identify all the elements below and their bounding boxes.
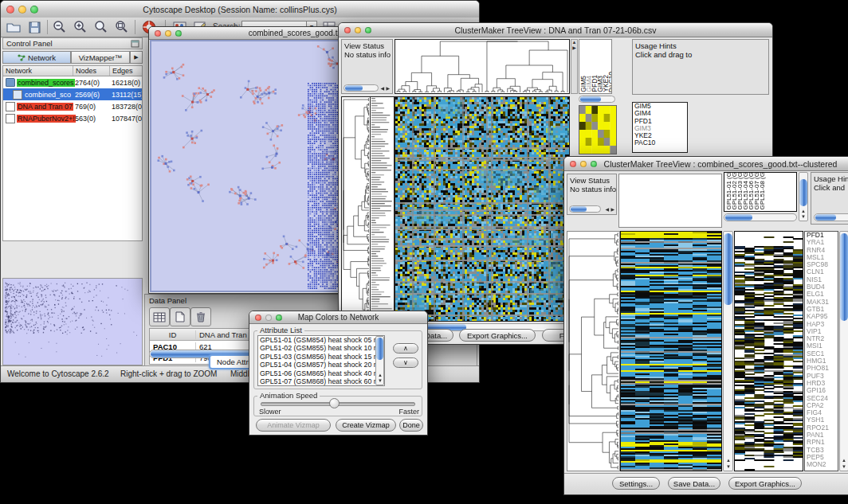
gene-label[interactable]: RPN1 [805, 439, 838, 446]
network-list-row[interactable]: combined_sco 2569(6) 13112(15) [3, 88, 142, 100]
move-down-button[interactable]: ∨ [393, 357, 418, 368]
main-titlebar[interactable]: Cytoscape Desktop (Session Name: collins… [1, 1, 479, 18]
tab-network[interactable]: Network [2, 51, 71, 64]
gene-label[interactable]: NTR2 [805, 335, 838, 342]
treeview1-heatmap[interactable] [395, 96, 570, 322]
scroll-right-arrow-icon[interactable]: ▶ [571, 45, 577, 51]
treeview1-row-labels[interactable] [371, 96, 395, 322]
move-up-button[interactable]: ∧ [393, 343, 418, 354]
column-header-id[interactable]: ID [150, 330, 196, 339]
gene-label[interactable]: NIS1 [805, 276, 838, 283]
animate-vizmap-button[interactable]: Animate Vizmap [256, 419, 331, 432]
gene-label[interactable]: GIM3 [633, 125, 687, 132]
zoom-fit-button[interactable] [114, 19, 130, 35]
view-status-hscrollbar[interactable] [569, 205, 601, 213]
gene-label[interactable]: SPC98 [805, 261, 838, 268]
gene-label[interactable]: YSH1 [805, 416, 838, 424]
gene-label[interactable]: PFD1 [633, 118, 687, 125]
gene-label[interactable]: YRA1 [805, 239, 838, 246]
open-file-button[interactable] [6, 19, 22, 35]
scrollbar-thumb[interactable] [725, 214, 752, 221]
gene-label[interactable]: GTB1 [805, 306, 838, 313]
delete-attribute-button[interactable] [190, 307, 211, 326]
tab-vizmapper[interactable]: VizMapper™ [71, 51, 130, 64]
column-header-nodes[interactable]: Nodes [73, 66, 110, 76]
column-header-edges[interactable]: Edges [110, 66, 142, 76]
scroll-up-arrow-icon[interactable]: ▲ [801, 209, 806, 214]
gene-label[interactable]: RNR4 [805, 247, 838, 254]
treeview2-titlebar[interactable]: ClusterMaker TreeView : combined_scores_… [564, 157, 848, 171]
gene-label[interactable]: SEC1 [805, 350, 838, 357]
minimize-button[interactable] [265, 315, 272, 321]
column-label[interactable]: PAC10 [609, 72, 612, 92]
scroll-up-arrow-icon[interactable]: ▲ [726, 458, 731, 463]
attribute-list-item[interactable]: GPL51-06 (GSM865) heat shock 40 min [258, 369, 384, 377]
done-button[interactable]: Done [399, 419, 423, 432]
gene-label[interactable]: HMG1 [805, 357, 838, 365]
treeview2-heatmap-vscrollbar[interactable]: ▲ ▼ [723, 231, 733, 471]
treeview2-heatmap[interactable] [620, 231, 722, 471]
treeview2-genelist-vscrollbar[interactable]: ▲ ▼ [839, 231, 848, 471]
scroll-up-arrow-icon[interactable]: ▲ [378, 373, 383, 378]
treeview2-settings-button[interactable]: Settings... [612, 477, 660, 490]
treeview2-labels-vscrollbar[interactable]: ▲ ▼ [799, 172, 808, 221]
column-label[interactable]: GPL51-08 (GSM872) [760, 172, 765, 210]
gene-label[interactable]: HRD3 [805, 380, 838, 387]
attribute-list-item[interactable]: GPL51-01 (GSM854) heat shock 05 min [258, 336, 384, 344]
gene-label[interactable]: KAP95 [805, 313, 838, 320]
network-overview-canvas[interactable] [3, 279, 142, 365]
zoom-in-button[interactable] [73, 19, 88, 35]
treeview1-titlebar[interactable]: ClusterMaker TreeView : DNA and Tran 07-… [339, 23, 772, 37]
close-button[interactable] [255, 315, 261, 321]
new-attribute-button[interactable] [170, 307, 190, 326]
network-overview-panel[interactable] [2, 278, 143, 365]
gene-label[interactable]: PAN1 [805, 432, 838, 439]
network-list-row[interactable]: DNA and Tran 07 769(0) 183728(0) [3, 100, 142, 112]
gene-label[interactable]: GIM5 [633, 103, 687, 110]
scrollbar-thumb[interactable] [799, 179, 807, 206]
gene-label[interactable]: ELG1 [805, 291, 838, 298]
zoom-out-button[interactable] [52, 19, 68, 35]
gene-label[interactable]: MON2 [805, 461, 838, 468]
gene-label[interactable]: FIG4 [805, 409, 838, 416]
scroll-up-arrow-icon[interactable]: ▲ [571, 40, 577, 45]
treeview2-row-dendrogram[interactable] [567, 231, 620, 471]
save-button[interactable] [26, 19, 42, 35]
gene-label[interactable]: PUF3 [805, 373, 838, 380]
minimize-button[interactable] [165, 30, 171, 37]
scroll-right-arrow-icon[interactable]: ▶ [386, 86, 390, 92]
network-list-row[interactable]: combined_scores 2764(0) 16218(0) [3, 76, 142, 88]
close-button[interactable] [6, 6, 14, 14]
scrollbar-thumb[interactable] [571, 206, 587, 212]
gene-label[interactable]: PFD1 [805, 232, 838, 239]
scroll-down-arrow-icon[interactable]: ▼ [801, 214, 806, 220]
treeview2-export-graphics-button[interactable]: Export Graphics... [728, 477, 802, 490]
scrollbar-thumb[interactable] [580, 96, 601, 102]
gene-label[interactable]: MSL1 [805, 254, 838, 261]
gene-label[interactable]: TCB3 [805, 447, 838, 454]
attribute-list-vscrollbar[interactable]: ▲ ▼ [375, 336, 384, 385]
gene-label[interactable]: MSI1 [805, 342, 838, 350]
scroll-down-arrow-icon[interactable]: ▼ [726, 464, 731, 470]
treeview1-labels-hscrollbar[interactable] [579, 96, 615, 103]
treeview2-selection-heatmap[interactable] [734, 231, 803, 471]
gene-label[interactable]: PHO81 [805, 365, 838, 372]
scrollbar-thumb[interactable] [376, 338, 383, 360]
network-list-row[interactable]: RNAPuberNov2+! 563(0) 107847(0) [3, 112, 142, 124]
gene-label[interactable]: RPO21 [805, 424, 838, 432]
slider-thumb[interactable] [329, 398, 340, 408]
treeview1-selection-heatmap[interactable] [579, 105, 617, 154]
treeview2-column-dendrogram[interactable] [618, 174, 722, 228]
column-header-network[interactable]: Network [3, 66, 73, 76]
scrollbar-thumb[interactable] [840, 233, 848, 321]
attribute-list-item[interactable]: GPL51-04 (GSM857) heat shock 20 min [258, 361, 384, 369]
create-vizmap-button[interactable]: Create Vizmap [336, 419, 396, 432]
scrollbar-thumb[interactable] [815, 214, 836, 221]
gene-label[interactable]: PEP5 [805, 454, 838, 461]
scrollbar-thumb[interactable] [345, 85, 363, 91]
attribute-list-item[interactable]: GPL51-07 (GSM868) heat shock 60 min [258, 377, 384, 385]
close-button[interactable] [344, 27, 351, 33]
treeview1-export-graphics-button[interactable]: Export Graphics... [459, 329, 536, 342]
gene-label[interactable]: CPA2 [805, 402, 838, 409]
minimize-button[interactable] [18, 6, 26, 14]
